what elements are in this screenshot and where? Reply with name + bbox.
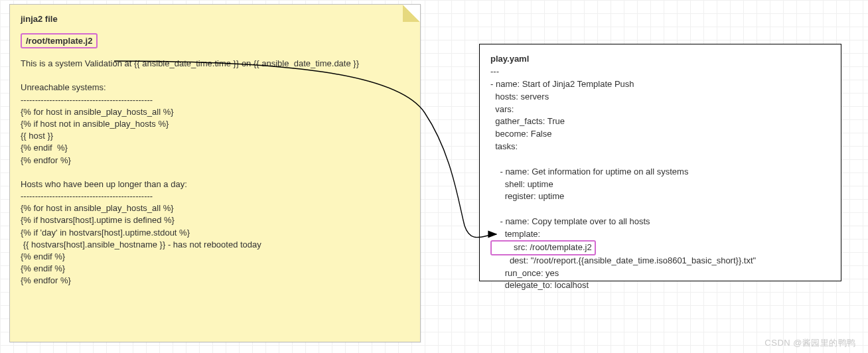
yaml-card-title: play.yaml	[490, 54, 830, 64]
watermark-text: CSDN @酱园里的鸭鸭	[764, 337, 856, 349]
yaml-src-line: src: /root/template.j2	[490, 240, 596, 255]
yaml-post-text: dest: "/root/report.{{ansible_date_time.…	[490, 255, 756, 291]
jinja2-file-path: /root/template.j2	[21, 33, 98, 48]
jinja2-template-body: This is a system Validation at {{ ansibl…	[21, 58, 409, 287]
fold-corner-icon	[403, 5, 420, 22]
play-yaml-card: play.yaml --- - name: Start of Jinja2 Te…	[479, 44, 841, 281]
yaml-body: --- - name: Start of Jinja2 Template Pus…	[490, 66, 830, 292]
jinja2-file-card: jinja2 file /root/template.j2 This is a …	[9, 4, 421, 342]
jinja2-card-title: jinja2 file	[21, 14, 409, 24]
yaml-pre-text: --- - name: Start of Jinja2 Template Pus…	[490, 66, 688, 239]
